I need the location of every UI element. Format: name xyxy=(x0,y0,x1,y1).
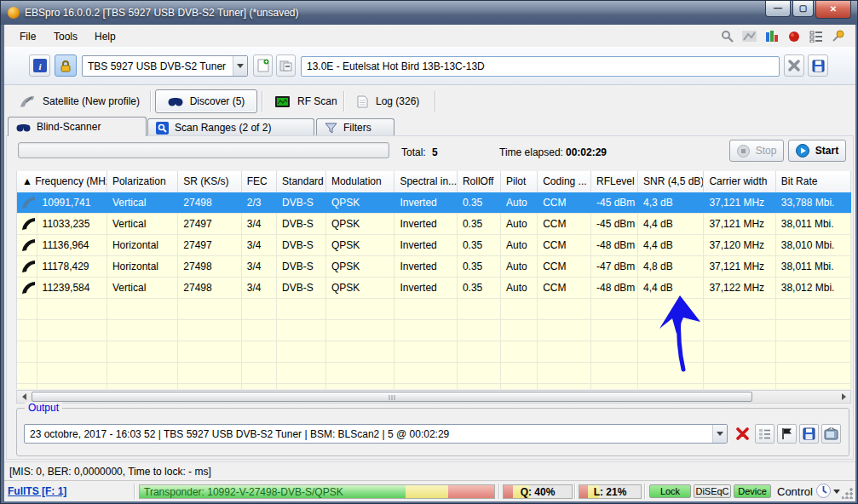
scroll-left-icon[interactable] xyxy=(17,391,31,403)
table-cell: 0.35 xyxy=(458,256,501,277)
empty-cell xyxy=(394,341,458,362)
output-list-button[interactable] xyxy=(755,424,775,444)
output-group-label: Output xyxy=(25,402,62,414)
maximize-button[interactable]: ▢ xyxy=(792,1,814,17)
tab-log-label: Log (326) xyxy=(376,95,419,107)
signal-image-icon[interactable] xyxy=(742,29,757,43)
table-cell: -47 dBm xyxy=(591,256,638,277)
column-header[interactable]: RFLevel xyxy=(591,171,638,192)
tab-discover[interactable]: Discover (5) xyxy=(155,89,257,113)
results-table[interactable]: ▲ Frequency (MHz)PolarizationSR (KS/s)FE… xyxy=(16,171,851,389)
table-cell: -48 dBm xyxy=(591,278,638,298)
tuner-select-value: TBS 5927 USB DVB-S2 Tuner xyxy=(83,60,233,72)
chart-icon[interactable] xyxy=(764,29,779,43)
table-cell: 37,122 MHz xyxy=(704,278,775,298)
table-cell: 11136,964 xyxy=(37,235,107,255)
chevron-down-icon[interactable] xyxy=(233,56,247,76)
close-button[interactable]: ✕ xyxy=(815,1,851,19)
empty-cell xyxy=(394,384,458,389)
table-cell: 3/4 xyxy=(242,256,277,277)
empty-cell xyxy=(501,299,538,319)
scroll-right-icon[interactable] xyxy=(837,391,850,403)
transponder-text: Transponder: 10992-V-27498-DVB-S/QPSK xyxy=(140,485,494,498)
column-header[interactable]: Polarization xyxy=(107,171,178,192)
menu-tools[interactable]: Tools xyxy=(49,28,83,45)
subtab-filters[interactable]: Filters xyxy=(316,118,394,136)
column-header[interactable]: Pilot xyxy=(501,171,538,192)
title-bar: EBSpro 16.0.0.2 [TBS 5927 USB DVB-S2 Tun… xyxy=(1,1,857,25)
subtab-scan-ranges[interactable]: Scan Ranges (2 of 2) xyxy=(147,118,314,136)
tab-satellite[interactable]: Satellite (New profile) xyxy=(13,90,147,112)
save-output-button[interactable] xyxy=(799,424,819,444)
table-cell: CCM xyxy=(538,278,591,298)
tab-rfscan[interactable]: RF Scan xyxy=(268,90,344,112)
control-dropdown-icon[interactable] xyxy=(833,490,840,494)
table-hscrollbar[interactable] xyxy=(16,390,851,404)
empty-cell xyxy=(458,320,501,341)
column-header[interactable]: Modulation xyxy=(326,171,394,192)
subtab-blind-scanner[interactable]: Blind-Scanner xyxy=(8,117,147,136)
satellite-dish-icon xyxy=(17,214,37,234)
minimize-button[interactable]: — xyxy=(765,1,791,17)
output-select[interactable]: 23 octobre, 2017 - 16:03 52 | TBS 5927 U… xyxy=(24,424,728,444)
control-icon[interactable] xyxy=(816,484,831,501)
column-header[interactable]: Standard xyxy=(277,171,326,192)
resize-grip[interactable] xyxy=(842,488,853,499)
record-icon[interactable] xyxy=(786,29,801,43)
empty-cell xyxy=(107,341,178,362)
delete-output-button[interactable] xyxy=(733,424,752,444)
info-button[interactable]: i xyxy=(29,54,50,77)
save-button[interactable] xyxy=(808,54,828,77)
table-cell: 0.35 xyxy=(458,214,501,234)
fullts-link[interactable]: FullTS [F: 1] xyxy=(8,485,66,497)
table-row[interactable]: 11136,964Horizontal274973/4DVB-SQPSKInve… xyxy=(17,235,851,256)
empty-cell xyxy=(704,384,775,389)
control-label: Control xyxy=(777,485,813,498)
column-header[interactable]: RollOff xyxy=(458,171,501,192)
clear-button[interactable] xyxy=(784,54,804,77)
column-header[interactable]: Bit Rate xyxy=(776,171,851,192)
table-cell: 4,4 dB xyxy=(638,278,704,298)
start-button[interactable]: Start xyxy=(788,140,846,162)
column-header[interactable]: Spectral in... xyxy=(394,171,458,192)
rename-profile-button[interactable] xyxy=(276,54,296,77)
table-row[interactable]: 11033,235Vertical274973/4DVB-SQPSKInvert… xyxy=(17,214,851,235)
quality-text: Q: 40% xyxy=(504,485,572,498)
column-header[interactable]: SNR (4,5 dB) xyxy=(638,171,704,192)
stop-button[interactable]: Stop xyxy=(729,140,784,162)
subtab-blind-scanner-label: Blind-Scanner xyxy=(37,121,101,133)
empty-cell xyxy=(704,341,775,362)
column-header[interactable]: Carrier width xyxy=(704,171,775,192)
diseqc-button[interactable]: DiSEqC xyxy=(694,484,731,498)
device-status-badge: Device xyxy=(734,484,771,498)
column-header[interactable]: SR (KS/s) xyxy=(178,171,242,192)
empty-cell xyxy=(638,363,704,383)
task-list-icon[interactable] xyxy=(809,29,823,43)
column-header[interactable]: ▲ Frequency (MHz) xyxy=(17,171,107,192)
menu-help[interactable]: Help xyxy=(89,28,121,45)
flag-button[interactable] xyxy=(777,424,797,444)
table-row[interactable]: 10991,741Vertical274982/3DVB-SQPSKInvert… xyxy=(17,192,851,214)
main-tabs: Satellite (New profile) Discover (5) RF … xyxy=(4,85,855,117)
tuner-select[interactable]: TBS 5927 USB DVB-S2 Tuner xyxy=(82,55,248,77)
lock-button[interactable] xyxy=(55,54,77,77)
tab-log[interactable]: Log (326) xyxy=(350,90,426,112)
scrollbar-thumb[interactable] xyxy=(32,392,752,402)
empty-cell xyxy=(776,299,851,319)
tv-button[interactable] xyxy=(821,424,841,444)
satellite-input[interactable] xyxy=(301,56,780,77)
column-header[interactable]: FEC xyxy=(242,171,277,192)
table-cell: 38,012 Mbi. xyxy=(776,278,851,298)
empty-cell xyxy=(501,320,538,341)
new-profile-button[interactable] xyxy=(253,54,273,77)
empty-cell xyxy=(178,299,242,319)
chevron-down-icon[interactable] xyxy=(712,425,727,443)
table-row[interactable]: 11239,584Vertical274983/4DVB-SQPSKInvert… xyxy=(17,278,851,299)
search-icon[interactable] xyxy=(720,29,734,43)
level-bar: L: 21% xyxy=(579,484,642,499)
column-header[interactable]: Coding ... xyxy=(538,171,591,192)
table-row[interactable]: 11178,429Horizontal274983/4DVB-SQPSKInve… xyxy=(17,256,851,278)
table-cell: QPSK xyxy=(326,214,394,234)
pin-icon[interactable] xyxy=(831,29,845,43)
menu-file[interactable]: File xyxy=(14,28,41,45)
